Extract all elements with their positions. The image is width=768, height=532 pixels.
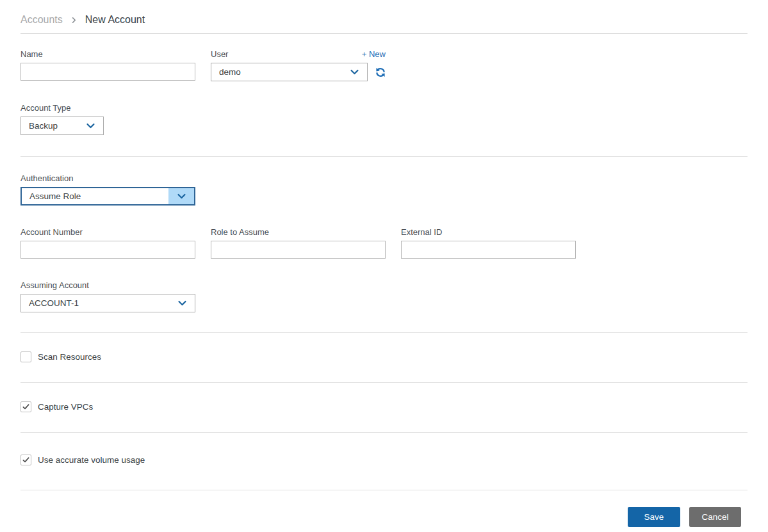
scan-resources-label: Scan Resources	[38, 352, 101, 362]
new-user-link[interactable]: + New	[362, 49, 386, 59]
authentication-section: Authentication Assume Role Account Numbe…	[20, 157, 748, 312]
account-type-select[interactable]: Backup	[20, 117, 104, 135]
account-number-input[interactable]	[20, 241, 195, 259]
account-number-field-group: Account Number	[20, 227, 195, 259]
authentication-field-group: Authentication Assume Role	[20, 173, 748, 206]
capture-vpcs-checkbox[interactable]	[20, 401, 31, 412]
assuming-account-field-group: Assuming Account ACCOUNT-1	[20, 280, 748, 312]
accurate-volume-usage-checkbox[interactable]	[20, 455, 31, 465]
new-account-page: Accounts New Account Name User + New dem…	[0, 0, 768, 527]
accurate-volume-usage-row: Use accurate volume usage	[20, 433, 748, 490]
capture-vpcs-label: Capture VPCs	[38, 402, 93, 412]
account-type-label: Account Type	[20, 102, 748, 113]
chevron-down-icon	[168, 188, 194, 204]
role-to-assume-input[interactable]	[211, 241, 386, 259]
chevron-down-icon	[78, 117, 103, 134]
user-select[interactable]: demo	[211, 63, 368, 81]
accurate-volume-usage-label: Use accurate volume usage	[38, 455, 145, 465]
user-label: User	[211, 49, 228, 60]
account-type-field-group: Account Type Backup	[20, 102, 748, 135]
external-id-input[interactable]	[401, 241, 576, 259]
breadcrumb-current-page: New Account	[85, 14, 145, 26]
name-field-group: Name	[20, 49, 195, 81]
scan-resources-row: Scan Resources	[20, 333, 748, 382]
role-to-assume-field-group: Role to Assume	[211, 227, 386, 259]
capture-vpcs-row: Capture VPCs	[20, 383, 748, 432]
assuming-account-select[interactable]: ACCOUNT-1	[20, 294, 195, 312]
name-label: Name	[20, 49, 195, 60]
authentication-label: Authentication	[20, 173, 748, 184]
breadcrumb-chevron-right-icon	[70, 17, 78, 24]
chevron-down-icon	[169, 294, 195, 312]
basic-info-section: Name User + New demo	[20, 34, 748, 135]
user-field-group: User + New demo	[211, 49, 386, 81]
user-select-value: demo	[211, 67, 241, 77]
account-number-label: Account Number	[20, 227, 195, 238]
assuming-account-select-value: ACCOUNT-1	[21, 298, 79, 308]
name-input[interactable]	[20, 63, 195, 81]
authentication-select-value: Assume Role	[22, 191, 81, 201]
breadcrumb: Accounts New Account	[20, 0, 748, 34]
external-id-field-group: External ID	[401, 227, 576, 259]
role-to-assume-label: Role to Assume	[211, 227, 386, 238]
breadcrumb-accounts-link[interactable]: Accounts	[20, 14, 63, 26]
authentication-select[interactable]: Assume Role	[20, 187, 195, 206]
form-actions: Save Cancel	[20, 490, 748, 527]
assuming-account-label: Assuming Account	[20, 280, 748, 291]
scan-resources-checkbox[interactable]	[20, 351, 31, 362]
chevron-down-icon	[341, 63, 367, 81]
refresh-users-icon[interactable]	[375, 67, 386, 77]
save-button[interactable]: Save	[628, 507, 680, 527]
external-id-label: External ID	[401, 227, 576, 238]
cancel-button[interactable]: Cancel	[689, 507, 741, 527]
account-type-select-value: Backup	[21, 121, 58, 131]
